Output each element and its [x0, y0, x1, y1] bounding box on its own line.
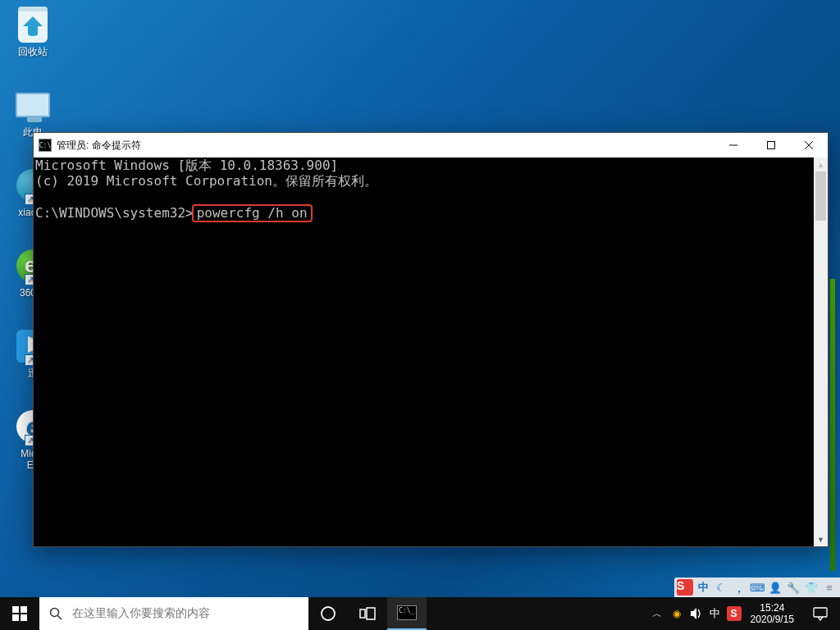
cortana-button[interactable]	[308, 597, 348, 630]
ime-punct-icon[interactable]: ，	[730, 578, 748, 596]
desktop-icon-this-pc[interactable]: 此电	[2, 85, 64, 138]
ime-moon-icon[interactable]: ☾	[712, 578, 730, 596]
svg-point-8	[51, 609, 59, 617]
svg-rect-14	[814, 608, 827, 617]
taskbar-search[interactable]: 在这里输入你要搜索的内容	[39, 597, 308, 630]
ime-lang-cn[interactable]: 中	[694, 578, 712, 596]
search-icon	[39, 607, 72, 620]
svg-rect-11	[360, 609, 365, 618]
term-command-highlight: powercfg /h on	[192, 204, 313, 222]
green-meter-bar	[830, 279, 835, 571]
tray-sogou-icon[interactable]: S	[724, 597, 744, 630]
maximize-button[interactable]	[752, 133, 790, 158]
cmd-app-icon: C:\	[39, 139, 52, 152]
ime-tools-icon[interactable]: 🔧	[784, 578, 802, 596]
ime-keyboard-icon[interactable]: ⌨	[748, 578, 766, 596]
svg-rect-4	[12, 606, 19, 613]
window-title: 管理员: 命令提示符	[57, 139, 141, 153]
tray-security-icon[interactable]: ◉	[667, 597, 687, 630]
search-placeholder: 在这里输入你要搜索的内容	[72, 606, 210, 621]
system-tray: ︿ ◉ 中 S 15:24 2020/9/15	[647, 597, 840, 630]
cmd-taskbar-icon: C:\_	[397, 605, 417, 620]
window-titlebar[interactable]: C:\ 管理员: 命令提示符	[34, 133, 828, 158]
close-button[interactable]	[790, 133, 828, 158]
svg-rect-7	[21, 614, 27, 621]
term-prompt: C:\WINDOWS\system32>	[35, 205, 194, 221]
taskbar-item-cmd[interactable]: C:\_	[387, 597, 427, 630]
svg-marker-13	[691, 608, 696, 619]
recycle-bin-icon	[18, 7, 48, 43]
svg-rect-6	[12, 614, 19, 621]
scroll-up-button[interactable]: ▲	[814, 158, 828, 171]
windows-logo-icon	[12, 606, 27, 621]
scroll-track[interactable]	[814, 171, 828, 532]
tray-ime-lang[interactable]: 中	[706, 597, 724, 630]
taskbar: 在这里输入你要搜索的内容 C:\_ ︿ ◉ 中 S 15:24 2020/9/1…	[0, 597, 840, 630]
tray-volume-icon[interactable]	[687, 597, 706, 630]
vertical-scrollbar[interactable]: ▲ ▼	[814, 158, 828, 546]
tray-clock[interactable]: 15:24 2020/9/15	[744, 602, 801, 625]
desktop-icon-label: 回收站	[2, 46, 64, 57]
action-center-button[interactable]	[801, 606, 840, 621]
pc-icon	[16, 93, 50, 117]
tray-date: 2020/9/15	[751, 614, 794, 625]
ime-hanger-icon[interactable]: 👕	[802, 578, 820, 596]
term-line-copyright: (c) 2019 Microsoft Corporation。保留所有权利。	[35, 173, 377, 189]
svg-rect-5	[21, 606, 27, 613]
task-view-button[interactable]	[348, 597, 387, 630]
scroll-down-button[interactable]: ▼	[814, 532, 828, 546]
term-line-version: Microsoft Windows [版本 10.0.18363.900]	[35, 158, 338, 173]
svg-point-10	[322, 607, 335, 620]
cmd-window: C:\ 管理员: 命令提示符 Microsoft Windows [版本 10.…	[33, 132, 829, 547]
ime-sogou-icon[interactable]: S	[676, 578, 694, 596]
scroll-thumb[interactable]	[815, 171, 826, 221]
terminal-output[interactable]: Microsoft Windows [版本 10.0.18363.900] (c…	[34, 158, 814, 546]
svg-rect-12	[367, 608, 375, 619]
tray-time: 15:24	[751, 602, 794, 614]
ime-person-icon[interactable]: 👤	[766, 578, 784, 596]
svg-rect-1	[768, 142, 775, 149]
ime-float-toolbar[interactable]: S 中 ☾ ， ⌨ 👤 🔧 👕 ≡	[674, 578, 840, 597]
tray-overflow-button[interactable]: ︿	[647, 597, 667, 630]
minimize-button[interactable]	[714, 133, 752, 158]
svg-line-9	[58, 616, 62, 620]
desktop-icon-recycle-bin[interactable]: 回收站	[2, 5, 64, 57]
ime-menu-icon[interactable]: ≡	[820, 578, 838, 596]
start-button[interactable]	[0, 597, 39, 630]
